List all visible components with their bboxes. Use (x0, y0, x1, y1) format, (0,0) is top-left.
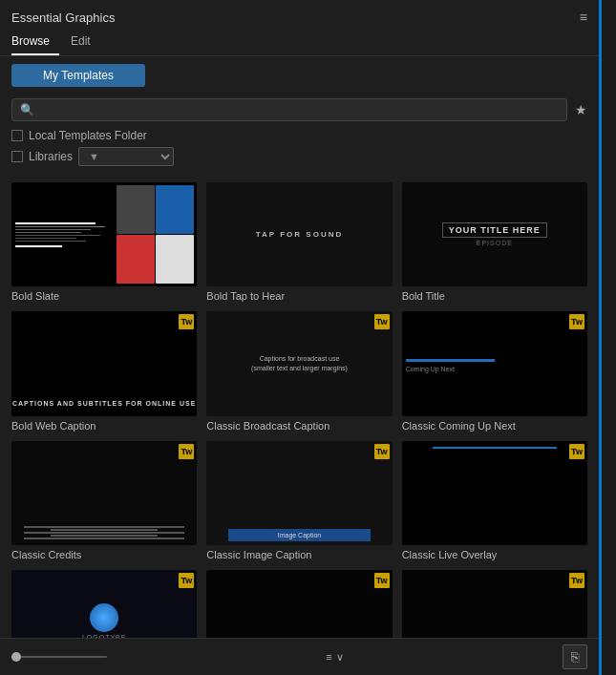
tw-badge-broadcast: Tw (374, 314, 390, 329)
ic-bar: Image Caption (228, 529, 371, 541)
thumb-classic-live-overlay: Tw (402, 441, 587, 545)
zoom-row (11, 656, 107, 658)
card-classic-credits[interactable]: Tw Classic Credits (11, 441, 197, 560)
card-classic-image-caption[interactable]: Tw Image Caption Classic Image Caption (206, 441, 392, 560)
essential-graphics-panel: Essential Graphics ≡ Browse Edit My Temp… (0, 0, 602, 675)
card-classic-live-overlay[interactable]: Tw Classic Live Overlay (402, 441, 587, 560)
thumb-dark-1: Tw (206, 570, 392, 638)
card-classic-broadcast[interactable]: Tw Captions for broadcast use(smaller te… (206, 311, 392, 431)
thumb-classic-credits: Tw (11, 441, 197, 545)
libraries-label: Libraries (29, 150, 73, 163)
search-icon: 🔍 (20, 103, 34, 116)
card-dark-1[interactable]: Tw (206, 570, 392, 638)
wc-text: CAPTIONS AND SUBTITLES FOR ONLINE USE (12, 399, 196, 409)
cr-line-4 (51, 535, 158, 537)
card-bold-slate[interactable]: Bold Slate (11, 182, 197, 302)
cu-blue-bar (406, 359, 495, 362)
bc-text: Captions for broadcast use(smaller text … (251, 354, 348, 373)
tw-badge-dark-1: Tw (374, 573, 390, 588)
templates-grid-container[interactable]: Bold Slate TAP FOR SOUND Bold Tap to Hea… (0, 175, 599, 638)
local-templates-checkbox-row[interactable]: Local Templates Folder (11, 129, 587, 142)
tw-badge-live-overlay: Tw (569, 444, 584, 459)
tw-badge-image-caption: Tw (374, 444, 390, 459)
thumb-classic-image-caption: Tw Image Caption (206, 441, 392, 545)
search-row: 🔍 ★ (0, 95, 599, 125)
cr-line-3 (24, 532, 184, 534)
logo-circle (90, 603, 118, 632)
card-classic-credits-label: Classic Credits (11, 549, 197, 560)
zoom-thumb[interactable] (11, 652, 21, 662)
libraries-checkbox[interactable] (11, 151, 23, 162)
card-bold-tap-hear[interactable]: TAP FOR SOUND Bold Tap to Hear (206, 182, 392, 302)
card-dark-2[interactable]: Tw (402, 570, 587, 638)
toolbar: My Templates (0, 56, 599, 95)
panel-title: Essential Graphics (11, 11, 115, 25)
thumb-classic-coming-up: Tw Coming Up Next (402, 311, 587, 415)
bottom-bar: ≡ ∨ ⎘ (0, 638, 599, 675)
card-classic-broadcast-label: Classic Broadcast Caption (206, 420, 392, 432)
card-bold-web-caption[interactable]: Tw CAPTIONS AND SUBTITLES FOR ONLINE USE… (11, 311, 197, 431)
thumb-bold-web-caption: Tw CAPTIONS AND SUBTITLES FOR ONLINE USE (11, 311, 197, 415)
card-bold-title-label: Bold Title (402, 290, 587, 302)
ic-text: Image Caption (232, 532, 367, 538)
card-bold-title[interactable]: YOUR TITLE HERE EPISODE Bold Title (402, 182, 587, 302)
tabs-row: Browse Edit (0, 31, 599, 56)
add-icon: ⎘ (571, 649, 579, 664)
cr-line-5 (24, 538, 184, 539)
libraries-dropdown[interactable]: ▼ (78, 147, 174, 166)
cu-text: Coming Up Next (406, 366, 455, 372)
zoom-slider[interactable] (11, 656, 107, 658)
thumb-dark-2: Tw (402, 570, 587, 638)
local-templates-checkbox[interactable] (11, 130, 23, 141)
card-logo-reveal[interactable]: Tw LOGOTYPE Logo Reveal (11, 570, 197, 638)
search-box[interactable]: 🔍 (11, 98, 567, 121)
filters-section: Local Templates Folder Libraries ▼ (0, 125, 599, 175)
cr-line-2 (51, 529, 158, 531)
bt-sub: EPISODE (477, 240, 513, 246)
tw-badge-coming-up: Tw (569, 314, 584, 329)
add-button[interactable]: ⎘ (563, 644, 587, 669)
card-bold-slate-label: Bold Slate (11, 290, 197, 302)
panel-header: Essential Graphics ≡ (0, 0, 599, 31)
thumb-bold-slate (11, 182, 197, 286)
card-classic-image-caption-label: Classic Image Caption (206, 549, 392, 560)
thumb-bold-tap-hear: TAP FOR SOUND (206, 182, 392, 286)
lo-bar (433, 447, 557, 449)
card-classic-coming-up-label: Classic Coming Up Next (402, 420, 587, 432)
tw-badge-dark-2: Tw (569, 573, 584, 588)
my-templates-button[interactable]: My Templates (11, 64, 145, 87)
sort-arrow: ∨ (336, 651, 344, 664)
local-templates-label: Local Templates Folder (29, 129, 147, 142)
thumb-logo-reveal: Tw LOGOTYPE (11, 570, 197, 638)
logo-text: LOGOTYPE (82, 634, 127, 638)
card-classic-live-overlay-label: Classic Live Overlay (402, 549, 587, 560)
thumb-classic-broadcast: Tw Captions for broadcast use(smaller te… (206, 311, 392, 415)
tap-hear-text: TAP FOR SOUND (256, 230, 343, 239)
thumb-bold-title: YOUR TITLE HERE EPISODE (402, 182, 587, 286)
menu-icon[interactable]: ≡ (580, 10, 587, 25)
sort-row[interactable]: ≡ ∨ (326, 651, 343, 664)
bt-title: YOUR TITLE HERE (442, 222, 547, 238)
tab-edit[interactable]: Edit (71, 31, 100, 55)
star-icon[interactable]: ★ (575, 102, 587, 117)
tab-browse[interactable]: Browse (11, 31, 59, 55)
tw-badge-logo: Tw (179, 573, 194, 588)
card-bold-tap-hear-label: Bold Tap to Hear (206, 290, 392, 302)
tw-badge-web-caption: Tw (179, 314, 194, 329)
sort-icon: ≡ (326, 651, 331, 663)
libraries-checkbox-row: Libraries ▼ (11, 147, 587, 166)
cr-line-1 (24, 526, 184, 528)
card-bold-web-caption-label: Bold Web Caption (11, 420, 197, 432)
templates-grid: Bold Slate TAP FOR SOUND Bold Tap to Hea… (11, 182, 587, 638)
tw-badge-credits: Tw (179, 444, 194, 459)
card-classic-coming-up[interactable]: Tw Coming Up Next Classic Coming Up Next (402, 311, 587, 431)
